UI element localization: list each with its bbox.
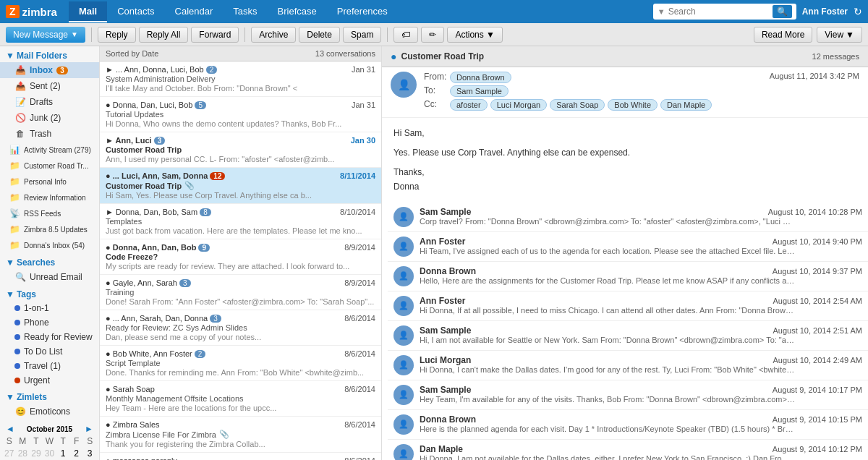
tab-tasks[interactable]: Tasks <box>223 1 267 22</box>
sidebar-item-tag-phone[interactable]: Phone <box>0 315 99 330</box>
msg-from-1: ● Donna, Dan, Luci, Bob 5 <box>106 101 279 109</box>
msg-item-10[interactable]: ● Zimbra Sales 8/6/2014 Zimbra License F… <box>100 417 381 453</box>
to-name-tag[interactable]: Sam Sample <box>450 85 509 97</box>
search-input[interactable] <box>668 7 770 17</box>
more-button[interactable]: ✏ <box>421 27 444 43</box>
thread-item-6[interactable]: 👤 Sam Sample August 9, 2014 10:17 PM Hey… <box>388 380 868 410</box>
msg-item-3[interactable]: ● ... Luci, Ann, Sam, Donna 12 8/11/2014… <box>100 168 381 204</box>
calendar-next[interactable]: ► <box>85 424 93 434</box>
cc-tag-4[interactable]: Dan Maple <box>660 99 712 111</box>
thread-item-0[interactable]: 👤 Sam Sample August 10, 2014 10:28 PM Co… <box>388 203 868 232</box>
sidebar-item-drafts[interactable]: 📝 Drafts <box>0 94 99 110</box>
reply-all-button[interactable]: Reply All <box>139 27 189 43</box>
sidebar-item-personal-info[interactable]: 📁 Personal Info <box>0 174 99 189</box>
sidebar-item-junk[interactable]: 🚫 Junk (2) <box>0 110 99 126</box>
sidebar-item-tag-todo[interactable]: To Do List <box>0 344 99 359</box>
tab-briefcase[interactable]: Briefcase <box>268 1 327 22</box>
sidebar-item-review-info[interactable]: 📁 Review Information <box>0 189 99 205</box>
zimlets-header[interactable]: ▼ Zimlets <box>0 388 99 404</box>
thread-item-7[interactable]: 👤 Donna Brown August 9, 2014 10:15 PM He… <box>388 410 868 440</box>
refresh-icon[interactable]: ↻ <box>854 6 862 17</box>
detail-header: ● Customer Road Trip 12 messages <box>382 46 868 67</box>
sidebar-item-sent[interactable]: 📤 Sent (2) <box>0 78 99 94</box>
sidebar-item-tag-urgent[interactable]: Urgent <box>0 373 99 388</box>
cal-header-s2: S <box>83 435 96 447</box>
cal-day-2[interactable]: 2 <box>70 448 83 459</box>
sidebar-item-tag-1on1[interactable]: 1-on-1 <box>0 301 99 315</box>
cal-day-29-sep[interactable]: 29 <box>30 448 43 459</box>
thread-item-5[interactable]: 👤 Luci Morgan August 10, 2014 2:49 AM Hi… <box>388 351 868 380</box>
thread-item-3[interactable]: 👤 Ann Foster August 10, 2014 2:54 AM Hi … <box>388 291 868 321</box>
folder-icon-4: 📁 <box>9 223 20 235</box>
thread-item-2[interactable]: 👤 Donna Brown August 10, 2014 9:37 PM He… <box>388 262 868 291</box>
msg-from-8: ● Bob White, Ann Foster 2 <box>106 349 279 358</box>
actions-button[interactable]: Actions ▼ <box>447 27 503 43</box>
sidebar-item-trash[interactable]: 🗑 Trash <box>0 126 99 142</box>
sidebar-item-donnas-inbox[interactable]: 📁 Donna's Inbox (54) <box>0 237 99 253</box>
msg-item-5[interactable]: ● Donna, Ann, Dan, Bob 9 8/9/2014 Code F… <box>100 239 381 275</box>
sidebar-item-customer-road[interactable]: 📁 Customer Road Tr... <box>0 158 99 174</box>
thread-preview-0: Corp travel? From: "Donna Brown" <dbrown… <box>420 217 796 226</box>
thread-preview-4: Hi, I am not available for Seattle or Ne… <box>420 336 796 344</box>
thread-item-1[interactable]: 👤 Ann Foster August 10, 2014 9:40 PM Hi … <box>388 232 868 262</box>
cal-day-30-sep[interactable]: 30 <box>43 448 56 459</box>
thread-avatar-8: 👤 <box>393 444 414 460</box>
msg-subject-0: System Administration Delivery <box>106 74 216 83</box>
sidebar-item-tag-ready[interactable]: Ready for Review <box>0 330 99 344</box>
msg-date-10: 8/6/2014 <box>344 420 375 429</box>
tags-header[interactable]: ▼ Tags <box>0 285 99 301</box>
mini-calendar: ◄ October 2015 ► S M T W T F S 27 28 29 … <box>0 419 99 460</box>
cc-tag-0[interactable]: afoster <box>450 99 488 111</box>
tab-preferences[interactable]: Preferences <box>327 1 398 22</box>
sidebar-item-inbox[interactable]: 📥 Inbox 3 <box>0 62 99 78</box>
msg-item-11[interactable]: ● messages.noreply 8/6/2014 Ann, welcome… <box>100 453 381 460</box>
cal-day-27-sep[interactable]: 27 <box>3 448 16 459</box>
sidebar-item-tag-travel[interactable]: Travel (1) <box>0 359 99 373</box>
tab-contacts[interactable]: Contacts <box>107 1 164 22</box>
cc-tag-3[interactable]: Bob White <box>608 99 658 111</box>
msg-item-9[interactable]: ● Sarah Soap 8/6/2014 Monthly Management… <box>100 381 381 417</box>
sort-label[interactable]: Sorted by Date <box>106 49 158 58</box>
from-name-tag[interactable]: Donna Brown <box>450 72 511 83</box>
tag-button[interactable]: 🏷 <box>393 27 418 43</box>
new-message-button[interactable]: New Message ▼ <box>6 27 85 43</box>
cc-tag-1[interactable]: Luci Morgan <box>490 99 548 111</box>
thread-date-4: August 10, 2014 2:51 AM <box>773 326 862 335</box>
cal-day-1[interactable]: 1 <box>56 448 69 459</box>
sidebar-item-rss[interactable]: 📡 RSS Feeds <box>0 205 99 221</box>
msg-item-8[interactable]: ● Bob White, Ann Foster 2 8/6/2014 Scrip… <box>100 346 381 381</box>
sidebar-item-zimbra-updates[interactable]: 📁 Zimbra 8.5 Updates <box>0 221 99 237</box>
tab-calendar[interactable]: Calendar <box>165 1 224 22</box>
archive-button[interactable]: Archive <box>251 27 296 43</box>
cal-day-3[interactable]: 3 <box>83 448 96 459</box>
calendar-prev[interactable]: ◄ <box>6 424 14 434</box>
msg-from-6: ● Gayle, Ann, Sarah 3 <box>106 278 279 287</box>
msg-item-0[interactable]: ► ... Ann, Donna, Luci, Bob 2 Jan 31 Sys… <box>100 61 381 97</box>
msg-date-8: 8/6/2014 <box>344 349 375 358</box>
thread-item-4[interactable]: 👤 Sam Sample August 10, 2014 2:51 AM Hi,… <box>388 321 868 351</box>
sidebar-item-emoticons[interactable]: 😊 Emoticons <box>0 404 99 419</box>
msg-item-6[interactable]: ● Gayle, Ann, Sarah 3 8/9/2014 Training … <box>100 275 381 310</box>
tab-mail[interactable]: Mail <box>69 1 107 22</box>
spam-button[interactable]: Spam <box>343 27 381 43</box>
msg-from-0: ► ... Ann, Donna, Luci, Bob 2 <box>106 65 279 74</box>
msg-item-7[interactable]: ● ... Ann, Sarah, Dan, Donna 3 8/6/2014 … <box>100 310 381 346</box>
cc-tag-2[interactable]: Sarah Soap <box>550 99 605 111</box>
search-dropdown-icon[interactable]: ▼ <box>658 7 665 16</box>
msg-item-1[interactable]: ● Donna, Dan, Luci, Bob 5 Jan 31 Tutoria… <box>100 97 381 132</box>
sidebar-item-activity[interactable]: 📊 Activity Stream (279) <box>0 142 99 158</box>
view-button[interactable]: View ▼ <box>817 27 862 43</box>
mail-folders-header[interactable]: ▼ Mail Folders <box>0 46 99 62</box>
forward-button[interactable]: Forward <box>191 27 239 43</box>
search-button[interactable]: 🔍 <box>773 5 792 18</box>
cal-day-28-sep[interactable]: 28 <box>17 448 30 459</box>
reply-button[interactable]: Reply <box>98 27 136 43</box>
delete-button[interactable]: Delete <box>299 27 340 43</box>
msg-item-2[interactable]: ► Ann, Luci 3 Jan 30 Customer Road Trip … <box>100 132 381 168</box>
msg-item-4[interactable]: ► Donna, Dan, Bob, Sam 8 8/10/2014 Templ… <box>100 204 381 239</box>
read-more-button[interactable]: Read More <box>754 27 812 43</box>
toolbar-separator <box>91 27 92 42</box>
sidebar-item-unread-email[interactable]: 🔍 Unread Email <box>0 269 99 285</box>
thread-item-8[interactable]: 👤 Dan Maple August 9, 2014 10:12 PM Hi D… <box>388 440 868 460</box>
searches-header[interactable]: ▼ Searches <box>0 253 99 269</box>
